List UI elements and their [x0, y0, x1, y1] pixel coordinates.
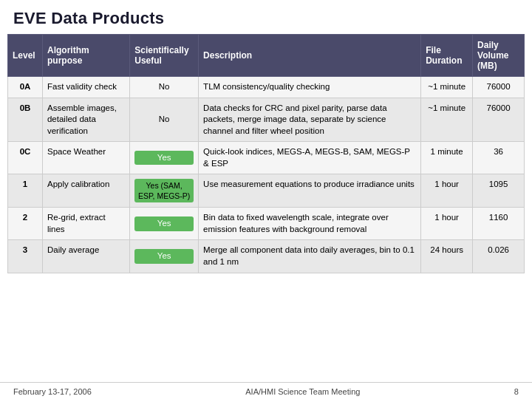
cell-daily-volume: 1095	[473, 174, 525, 208]
col-header-file: File Duration	[421, 35, 473, 77]
cell-sci-useful: Yes	[130, 142, 199, 174]
table-row: 0CSpace WeatherYesQuick-look indices, ME…	[8, 142, 525, 174]
cell-level: 0C	[8, 142, 43, 174]
table-row: 0BAssemble images, detailed data verific…	[8, 98, 525, 142]
cell-level: 3	[8, 240, 43, 273]
col-header-sci: Scientifically Useful	[130, 35, 199, 77]
cell-file-duration: 1 hour	[421, 208, 473, 240]
cell-sci-useful: Yes	[130, 240, 199, 273]
page-wrapper: EVE Data Products Level Algorithm purpos…	[0, 0, 532, 399]
cell-desc: Bin data to fixed wavelength scale, inte…	[199, 208, 421, 240]
table-container: Level Algorithm purpose Scientifically U…	[0, 34, 532, 382]
table-row: 0AFast validity checkNoTLM consistency/q…	[8, 77, 525, 98]
table-header-row: Level Algorithm purpose Scientifically U…	[8, 35, 525, 77]
cell-desc: Merge all component data into daily aver…	[199, 240, 421, 273]
cell-algo: Space Weather	[42, 142, 129, 174]
col-header-daily: Daily Volume (MB)	[473, 35, 525, 77]
cell-algo: Re-grid, extract lines	[42, 208, 129, 240]
cell-file-duration: ~1 minute	[421, 77, 473, 98]
cell-algo: Apply calibration	[42, 174, 129, 208]
cell-sci-useful: No	[130, 98, 199, 142]
cell-level: 2	[8, 208, 43, 240]
cell-level: 0B	[8, 98, 43, 142]
cell-sci-useful: Yes (SAM, ESP, MEGS-P)	[130, 174, 199, 208]
cell-daily-volume: 1160	[473, 208, 525, 240]
cell-file-duration: 1 hour	[421, 174, 473, 208]
page-footer: February 13-17, 2006 AIA/HMI Science Tea…	[0, 382, 532, 399]
cell-desc: Data checks for CRC and pixel parity, pa…	[199, 98, 421, 142]
cell-file-duration: 1 minute	[421, 142, 473, 174]
cell-file-duration: ~1 minute	[421, 98, 473, 142]
cell-level: 0A	[8, 77, 43, 98]
data-table: Level Algorithm purpose Scientifically U…	[7, 34, 525, 273]
cell-desc: Use measurement equations to produce irr…	[199, 174, 421, 208]
cell-sci-useful: No	[130, 77, 199, 98]
cell-desc: Quick-look indices, MEGS-A, MEGS-B, SAM,…	[199, 142, 421, 174]
cell-daily-volume: 36	[473, 142, 525, 174]
cell-desc: TLM consistency/quality checking	[199, 77, 421, 98]
cell-algo: Assemble images, detailed data verificat…	[42, 98, 129, 142]
col-header-desc: Description	[199, 35, 421, 77]
page-title: EVE Data Products	[13, 9, 164, 27]
cell-daily-volume: 0.026	[473, 240, 525, 273]
cell-daily-volume: 76000	[473, 98, 525, 142]
footer-event: AIA/HMI Science Team Meeting	[245, 387, 360, 396]
table-row: 1Apply calibrationYes (SAM, ESP, MEGS-P)…	[8, 174, 525, 208]
cell-sci-useful: Yes	[130, 208, 199, 240]
table-row: 3Daily averageYesMerge all component dat…	[8, 240, 525, 273]
page-header: EVE Data Products	[0, 0, 532, 34]
cell-file-duration: 24 hours	[421, 240, 473, 273]
cell-algo: Fast validity check	[42, 77, 129, 98]
footer-page: 8	[514, 387, 519, 396]
col-header-level: Level	[8, 35, 43, 77]
cell-daily-volume: 76000	[473, 77, 525, 98]
cell-level: 1	[8, 174, 43, 208]
cell-algo: Daily average	[42, 240, 129, 273]
footer-date: February 13-17, 2006	[13, 387, 92, 396]
col-header-algo: Algorithm purpose	[42, 35, 129, 77]
table-row: 2Re-grid, extract linesYesBin data to fi…	[8, 208, 525, 240]
